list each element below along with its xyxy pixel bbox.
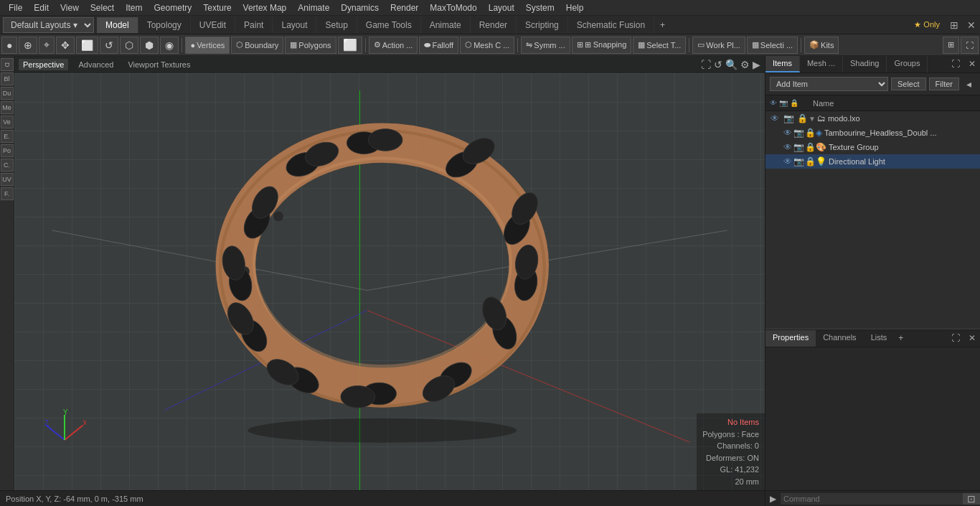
tool-work-pl[interactable]: ▭ Work Pl... bbox=[692, 37, 745, 54]
vp-tab-perspective[interactable]: Perspective bbox=[19, 59, 68, 70]
vis-render-light[interactable]: 📷 bbox=[793, 155, 804, 168]
vis-eye-texture[interactable]: 👁 bbox=[783, 141, 793, 154]
tool-shape[interactable]: ⬜ bbox=[338, 37, 362, 54]
menu-animate[interactable]: Animate bbox=[292, 1, 335, 14]
menu-geometry[interactable]: Geometry bbox=[149, 1, 198, 14]
tree-item-directional-light[interactable]: 👁 📷 🔒 💡 Directional Light bbox=[765, 154, 980, 169]
panel-settings-icon[interactable]: ✕ bbox=[964, 56, 980, 72]
menu-select[interactable]: Select bbox=[85, 1, 120, 14]
tool-snapping[interactable]: ⊞ ⊞ Snapping bbox=[572, 37, 632, 54]
menu-layout[interactable]: Layout bbox=[483, 1, 520, 14]
tool-falloff[interactable]: ⬬ Falloff bbox=[419, 37, 458, 54]
prop-tab-properties[interactable]: Properties bbox=[765, 330, 816, 347]
tool-box[interactable]: ⬜ bbox=[76, 37, 98, 54]
layout-tab-layout[interactable]: Layout bbox=[273, 17, 316, 33]
prop-plus-btn[interactable]: + bbox=[894, 330, 908, 347]
menu-maxtomodo[interactable]: MaxToModo bbox=[424, 1, 482, 14]
command-input[interactable] bbox=[781, 493, 963, 505]
vis-eye-light[interactable]: 👁 bbox=[783, 155, 793, 168]
vis-eye-scene[interactable]: 👁 bbox=[768, 112, 781, 125]
menu-texture[interactable]: Texture bbox=[197, 1, 237, 14]
tool-kits[interactable]: 📦 Kits bbox=[804, 37, 839, 54]
star-only-label[interactable]: ★ Only bbox=[908, 19, 946, 31]
tool-rotate[interactable]: ↺ bbox=[100, 37, 118, 54]
vp-ctrl-gear[interactable]: ⚙ bbox=[740, 59, 750, 70]
vp-ctrl-frame[interactable]: ⛶ bbox=[701, 59, 711, 70]
vis-render-texture[interactable]: 📷 bbox=[793, 141, 804, 154]
tool-vertices[interactable]: ● Vertices bbox=[185, 37, 230, 54]
left-tool-2[interactable]: Bl bbox=[1, 72, 14, 85]
tool-hex[interactable]: ⬡ bbox=[120, 37, 138, 54]
select-button[interactable]: Select bbox=[891, 78, 926, 90]
prop-close-icon[interactable]: ✕ bbox=[964, 330, 980, 347]
menu-vertex-map[interactable]: Vertex Map bbox=[237, 1, 293, 14]
left-tool-6[interactable]: E. bbox=[1, 130, 14, 143]
menu-help[interactable]: Help bbox=[560, 1, 590, 14]
layout-tab-render[interactable]: Render bbox=[471, 17, 517, 33]
tree-item-scene[interactable]: 👁 📷 🔒 ▼ 🗂 modo.lxo bbox=[765, 111, 980, 126]
menu-render[interactable]: Render bbox=[385, 1, 424, 14]
vis-eye-tambourine[interactable]: 👁 bbox=[783, 126, 793, 139]
vis-lock-texture[interactable]: 🔒 bbox=[805, 141, 816, 154]
tool-symm[interactable]: ⇋ Symm ... bbox=[521, 37, 570, 54]
vp-tab-textures[interactable]: Viewport Textures bbox=[123, 59, 194, 70]
vp-ctrl-search[interactable]: 🔍 bbox=[725, 59, 738, 70]
left-tool-1[interactable]: D bbox=[1, 58, 14, 71]
panel-tab-mesh[interactable]: Mesh ... bbox=[800, 56, 843, 72]
left-tool-5[interactable]: Ve bbox=[1, 116, 14, 128]
layout-tab-plus[interactable]: + bbox=[654, 17, 671, 33]
prop-tab-lists[interactable]: Lists bbox=[864, 330, 895, 347]
tool-selecti[interactable]: ▦ Selecti ... bbox=[747, 37, 798, 54]
panel-expand-icon[interactable]: ⛶ bbox=[947, 56, 964, 72]
layout-tab-scripting[interactable]: Scripting bbox=[517, 17, 568, 33]
tree-item-texture-group[interactable]: 👁 📷 🔒 🎨 Texture Group bbox=[765, 140, 980, 154]
panel-tab-groups[interactable]: Groups bbox=[887, 56, 928, 72]
tool-circle[interactable]: ◉ bbox=[160, 37, 179, 54]
layout-tab-paint[interactable]: Paint bbox=[235, 17, 273, 33]
filter-button[interactable]: Filter bbox=[929, 78, 959, 90]
left-tool-7[interactable]: Po bbox=[1, 144, 14, 157]
tool-grid-view[interactable]: ⊞ bbox=[943, 37, 959, 54]
tool-scale[interactable]: ⬢ bbox=[140, 37, 159, 54]
menu-system[interactable]: System bbox=[520, 1, 560, 14]
left-tool-4[interactable]: Me bbox=[1, 101, 14, 114]
layout-tab-animate[interactable]: Animate bbox=[421, 17, 471, 33]
tool-action[interactable]: ⚙ Action ... bbox=[369, 37, 418, 54]
tool-move[interactable]: ✥ bbox=[56, 37, 75, 54]
add-item-dropdown[interactable]: Add Item bbox=[770, 77, 888, 91]
vis-lock-scene[interactable]: 🔒 bbox=[796, 112, 809, 125]
vis-lock-light[interactable]: 🔒 bbox=[805, 155, 816, 168]
vp-ctrl-expand[interactable]: ▶ bbox=[753, 59, 760, 70]
menu-file[interactable]: File bbox=[3, 1, 28, 14]
tool-polygons[interactable]: ▦ Polygons bbox=[285, 37, 336, 54]
tool-select-t[interactable]: ▦ Select T... bbox=[633, 37, 686, 54]
left-tool-9[interactable]: UV bbox=[1, 173, 14, 186]
layout-tab-gametools[interactable]: Game Tools bbox=[357, 17, 421, 33]
tool-mesh-c[interactable]: ⬡ Mesh C ... bbox=[460, 37, 514, 54]
tree-item-tambourine[interactable]: 👁 📷 🔒 ◈ Tambourine_Headless_Doubl ... bbox=[765, 126, 980, 140]
tool-boundary[interactable]: ⬡ Boundary bbox=[231, 37, 283, 54]
prop-expand-icon[interactable]: ⛶ bbox=[947, 330, 964, 347]
vis-render-tambourine[interactable]: 📷 bbox=[793, 126, 804, 139]
tree-arrow-scene[interactable]: ▼ bbox=[809, 115, 816, 123]
layout-tab-schematic-fusion[interactable]: Schematic Fusion bbox=[568, 17, 654, 33]
vp-ctrl-refresh[interactable]: ↺ bbox=[714, 59, 722, 70]
layout-tab-model[interactable]: Model bbox=[97, 17, 138, 33]
layout-tab-uvedit[interactable]: UVEdit bbox=[191, 17, 235, 33]
tool-full-view[interactable]: ⛶ bbox=[961, 37, 979, 54]
tool-target[interactable]: ⌖ bbox=[39, 37, 55, 54]
menu-item[interactable]: Item bbox=[120, 1, 148, 14]
prop-tab-channels[interactable]: Channels bbox=[816, 330, 863, 347]
vis-lock-tambourine[interactable]: 🔒 bbox=[805, 126, 816, 139]
left-tool-10[interactable]: F. bbox=[1, 187, 14, 200]
vis-render-scene[interactable]: 📷 bbox=[782, 112, 795, 125]
tool-select-mode[interactable]: ● bbox=[1, 37, 17, 54]
panel-tab-items[interactable]: Items bbox=[765, 56, 800, 72]
panel-arrow-left[interactable]: ◂ bbox=[962, 75, 976, 93]
left-tool-3[interactable]: Du bbox=[1, 87, 14, 100]
menu-edit[interactable]: Edit bbox=[28, 1, 55, 14]
panel-resize-divider[interactable] bbox=[765, 220, 980, 330]
layout-tab-setup[interactable]: Setup bbox=[316, 17, 357, 33]
menu-dynamics[interactable]: Dynamics bbox=[335, 1, 385, 14]
menu-view[interactable]: View bbox=[55, 1, 85, 14]
